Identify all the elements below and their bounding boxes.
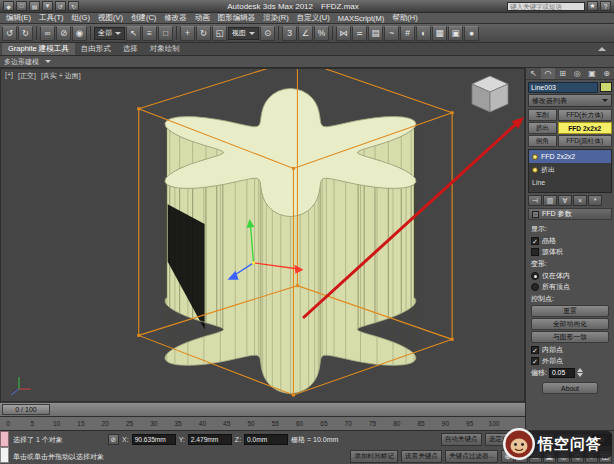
show-end-result-icon[interactable]: ▥ xyxy=(543,195,557,206)
offset-spinner-arrows[interactable] xyxy=(577,368,583,377)
new-scene-icon[interactable]: □ xyxy=(16,1,27,11)
utilities-tab-icon[interactable]: ⊕ xyxy=(599,68,614,79)
percent-snap-icon[interactable]: % xyxy=(314,26,329,41)
inside-points-row[interactable]: 内部点 xyxy=(531,344,609,355)
object-name-field[interactable]: Line003 xyxy=(528,82,598,93)
reference-coordinate-combo[interactable]: 视图 xyxy=(228,27,259,40)
mirror-icon[interactable]: ⋈ xyxy=(336,26,351,41)
curve-editor-icon[interactable]: ~ xyxy=(384,26,399,41)
align-icon[interactable]: ≍ xyxy=(352,26,367,41)
ribbon-tab-3[interactable]: 对象绘制 xyxy=(144,43,186,55)
x-coordinate-field[interactable]: 90.635mm xyxy=(132,434,176,445)
menu-item-6[interactable]: 动画 xyxy=(191,13,214,23)
undo-icon[interactable]: ↺ xyxy=(2,26,17,41)
stack-row-0[interactable]: FFD 2x2x2 xyxy=(529,150,611,163)
help-icon[interactable]: ? xyxy=(600,1,611,11)
viewport-3d-scene[interactable] xyxy=(1,69,524,401)
layer-manager-icon[interactable]: ▤ xyxy=(368,26,383,41)
infocenter-search-input[interactable] xyxy=(507,2,585,11)
selection-lock-icon[interactable]: ⊘ xyxy=(108,434,119,445)
reset-button[interactable]: 重置 xyxy=(531,305,609,317)
modifier-button-2[interactable]: 挤出 xyxy=(528,122,557,134)
bind-to-space-warp-icon[interactable]: ◉ xyxy=(72,26,87,41)
viewport-menu-shading[interactable]: [真实 + 边面] xyxy=(41,71,81,81)
move-icon[interactable]: + xyxy=(180,26,195,41)
track-bar[interactable]: 0510152025303540455055606570758085909510… xyxy=(0,416,525,430)
stack-row-2[interactable]: Line xyxy=(529,176,611,189)
redo-small-icon[interactable]: ↻ xyxy=(68,1,79,11)
angle-snap-icon[interactable]: ∠ xyxy=(298,26,313,41)
undo-small-icon[interactable]: ↺ xyxy=(55,1,66,11)
render-icon[interactable]: ● xyxy=(464,26,479,41)
open-file-icon[interactable]: ▤ xyxy=(29,1,40,11)
display-tab-icon[interactable]: ▣ xyxy=(585,68,600,79)
modifier-button-0[interactable]: 车削 xyxy=(528,109,557,121)
z-coordinate-field[interactable]: 0.0mm xyxy=(244,434,288,445)
use-pivot-center-icon[interactable]: ⊙ xyxy=(260,26,275,41)
key-filters-button[interactable]: 关键点过滤器... xyxy=(445,450,498,463)
modifier-button-5[interactable]: FFD(圆柱体) xyxy=(558,135,612,147)
source-volume-checkbox[interactable] xyxy=(531,248,539,256)
menu-item-5[interactable]: 修改器 xyxy=(160,13,191,23)
selection-filter-combo[interactable]: 全部 xyxy=(94,27,125,40)
stack-row-1[interactable]: 挤出 xyxy=(529,163,611,176)
auto-key-button[interactable]: 自动关键点 xyxy=(441,433,482,446)
outside-points-checkbox[interactable] xyxy=(531,357,539,365)
redo-icon[interactable]: ↻ xyxy=(18,26,33,41)
make-unique-icon[interactable]: ∀ xyxy=(558,195,572,206)
modifier-list-dropdown[interactable]: 修改器列表 xyxy=(528,94,612,107)
modify-tab-icon[interactable]: ◠ xyxy=(541,68,556,79)
ribbon-tab-0[interactable]: Graphite 建模工具 xyxy=(2,43,75,55)
animate-all-button[interactable]: 全部动画化 xyxy=(531,318,609,330)
material-editor-icon[interactable]: ◐ xyxy=(416,26,431,41)
menu-item-9[interactable]: 自定义(U) xyxy=(293,13,334,23)
viewport[interactable]: [+] [正交] [真实 + 边面] xyxy=(0,68,525,402)
offset-spinner[interactable]: 0.05 xyxy=(549,368,575,378)
favorites-star-icon[interactable]: ★ xyxy=(587,1,598,11)
set-key-button[interactable]: 设置关键点 xyxy=(401,450,442,463)
ffd-parameters-rollout-header[interactable]: − FFD 参数 xyxy=(528,208,612,220)
viewport-menu-view[interactable]: [正交] xyxy=(18,71,36,81)
add-time-tag-button[interactable]: 添加时间标记 xyxy=(350,450,398,463)
modifier-button-3[interactable]: FFD 2x2x2 xyxy=(558,122,612,134)
configure-modifier-sets-icon[interactable]: * xyxy=(588,195,602,206)
polygon-modeling-panel-label[interactable]: 多边形建模 xyxy=(4,57,39,67)
schematic-view-icon[interactable]: # xyxy=(400,26,415,41)
rendered-frame-icon[interactable]: ▣ xyxy=(448,26,463,41)
ribbon-collapse-icon[interactable] xyxy=(598,43,606,51)
rollout-collapse-icon[interactable]: − xyxy=(532,211,539,218)
time-slider-handle[interactable]: 0 / 100 xyxy=(2,404,50,415)
all-vertices-row[interactable]: 所有顶点 xyxy=(531,281,609,292)
outside-points-row[interactable]: 外部点 xyxy=(531,355,609,366)
save-file-icon[interactable]: ▼ xyxy=(42,1,53,11)
menu-item-10[interactable]: MAXScript(M) xyxy=(334,14,389,23)
menu-item-2[interactable]: 组(G) xyxy=(68,13,94,23)
app-menu-icon[interactable]: ◆ xyxy=(3,1,14,11)
spinner-down-icon[interactable] xyxy=(577,373,583,377)
about-button[interactable]: About xyxy=(542,382,598,394)
y-coordinate-field[interactable]: 2.479mm xyxy=(188,434,232,445)
motion-tab-icon[interactable]: ◎ xyxy=(570,68,585,79)
menu-item-7[interactable]: 图形编辑器 xyxy=(214,13,260,23)
menu-item-1[interactable]: 工具(T) xyxy=(35,13,68,23)
viewcube[interactable] xyxy=(468,73,512,115)
modifier-button-1[interactable]: FFD(长方体) xyxy=(558,109,612,121)
conform-to-shape-button[interactable]: 与图形一致 xyxy=(531,331,609,343)
object-color-swatch[interactable] xyxy=(600,82,612,92)
create-tab-icon[interactable]: ↖ xyxy=(526,68,541,79)
all-vertices-radio[interactable] xyxy=(531,283,539,291)
time-slider[interactable]: 0 / 100 xyxy=(0,402,525,416)
rotate-icon[interactable]: ↻ xyxy=(196,26,211,41)
unlink-icon[interactable]: ⊘ xyxy=(56,26,71,41)
menu-item-4[interactable]: 创建(C) xyxy=(127,13,160,23)
menu-item-0[interactable]: 编辑(E) xyxy=(2,13,35,23)
pin-stack-icon[interactable]: ⊣ xyxy=(528,195,542,206)
viewport-menu-plus[interactable]: [+] xyxy=(5,71,13,81)
source-volume-row[interactable]: 源体积 xyxy=(531,246,609,257)
modifier-button-4[interactable]: 倒角 xyxy=(528,135,557,147)
panel-expand-caret-icon[interactable] xyxy=(45,60,51,66)
only-in-volume-row[interactable]: 仅在体内 xyxy=(531,270,609,281)
snap-toggle-icon[interactable]: 3 xyxy=(282,26,297,41)
lightbulb-icon[interactable] xyxy=(532,154,538,160)
scale-icon[interactable]: ◱ xyxy=(212,26,227,41)
